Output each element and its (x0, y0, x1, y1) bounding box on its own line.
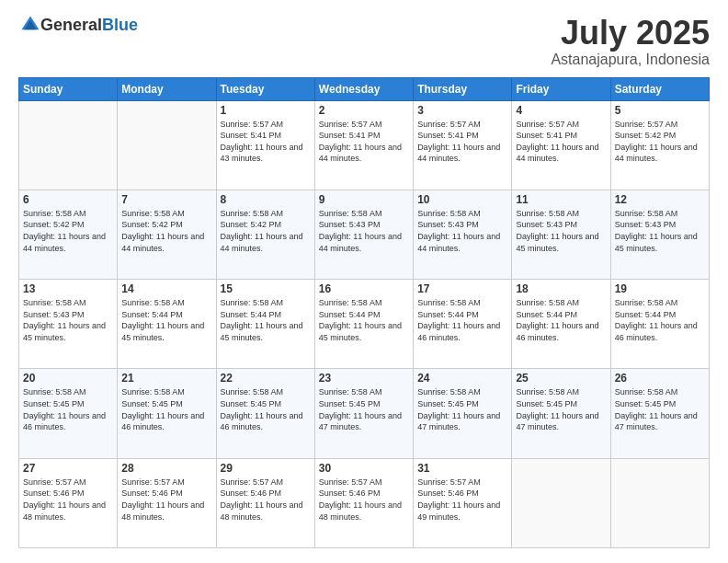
day-number: 7 (121, 193, 211, 206)
day-info: Sunrise: 5:58 AM Sunset: 5:45 PM Dayligh… (417, 386, 507, 432)
day-number: 15 (221, 282, 311, 295)
calendar-cell: 16Sunrise: 5:58 AM Sunset: 5:44 PM Dayli… (314, 280, 413, 369)
day-info: Sunrise: 5:58 AM Sunset: 5:44 PM Dayligh… (319, 297, 409, 343)
day-number: 6 (23, 193, 113, 206)
calendar-cell: 25Sunrise: 5:58 AM Sunset: 5:45 PM Dayli… (512, 369, 610, 458)
day-info: Sunrise: 5:58 AM Sunset: 5:45 PM Dayligh… (121, 386, 211, 432)
calendar-header-row: Sunday Monday Tuesday Wednesday Thursday… (19, 77, 710, 100)
calendar-cell: 20Sunrise: 5:58 AM Sunset: 5:45 PM Dayli… (19, 369, 118, 458)
day-info: Sunrise: 5:58 AM Sunset: 5:45 PM Dayligh… (319, 386, 409, 432)
day-number: 27 (23, 462, 113, 475)
day-number: 26 (615, 372, 705, 385)
calendar-cell: 4Sunrise: 5:57 AM Sunset: 5:41 PM Daylig… (512, 100, 610, 190)
logo-icon (20, 15, 40, 35)
day-info: Sunrise: 5:58 AM Sunset: 5:42 PM Dayligh… (221, 208, 311, 254)
calendar-cell: 11Sunrise: 5:58 AM Sunset: 5:43 PM Dayli… (512, 190, 610, 279)
logo-general: General (40, 16, 102, 34)
day-info: Sunrise: 5:58 AM Sunset: 5:43 PM Dayligh… (319, 208, 409, 254)
calendar-cell: 15Sunrise: 5:58 AM Sunset: 5:44 PM Dayli… (216, 280, 314, 369)
day-info: Sunrise: 5:58 AM Sunset: 5:44 PM Dayligh… (121, 297, 211, 343)
day-info: Sunrise: 5:58 AM Sunset: 5:45 PM Dayligh… (23, 386, 113, 432)
day-number: 21 (121, 372, 211, 385)
day-info: Sunrise: 5:57 AM Sunset: 5:41 PM Dayligh… (417, 119, 507, 165)
calendar-cell: 26Sunrise: 5:58 AM Sunset: 5:45 PM Dayli… (610, 369, 709, 458)
day-info: Sunrise: 5:58 AM Sunset: 5:44 PM Dayligh… (417, 297, 507, 343)
day-number: 18 (516, 282, 606, 295)
day-number: 3 (417, 104, 507, 117)
calendar-cell (19, 100, 118, 190)
calendar-cell: 30Sunrise: 5:57 AM Sunset: 5:46 PM Dayli… (314, 458, 413, 547)
calendar-cell: 28Sunrise: 5:57 AM Sunset: 5:46 PM Dayli… (118, 458, 216, 547)
calendar-cell: 22Sunrise: 5:58 AM Sunset: 5:45 PM Dayli… (216, 369, 314, 458)
day-number: 4 (516, 104, 606, 117)
day-info: Sunrise: 5:58 AM Sunset: 5:43 PM Dayligh… (417, 208, 507, 254)
calendar-cell (610, 458, 709, 547)
day-number: 28 (121, 462, 211, 475)
day-number: 20 (23, 372, 113, 385)
day-number: 17 (417, 282, 507, 295)
calendar-week-5: 27Sunrise: 5:57 AM Sunset: 5:46 PM Dayli… (19, 458, 710, 547)
calendar-week-2: 6Sunrise: 5:58 AM Sunset: 5:42 PM Daylig… (19, 190, 710, 279)
day-info: Sunrise: 5:57 AM Sunset: 5:46 PM Dayligh… (319, 477, 409, 523)
day-number: 5 (615, 104, 705, 117)
col-monday: Monday (118, 77, 216, 100)
calendar-cell: 8Sunrise: 5:58 AM Sunset: 5:42 PM Daylig… (216, 190, 314, 279)
logo-blue: Blue (102, 16, 138, 34)
day-info: Sunrise: 5:57 AM Sunset: 5:46 PM Dayligh… (121, 477, 211, 523)
day-number: 22 (221, 372, 311, 385)
day-number: 25 (516, 372, 606, 385)
calendar-cell (118, 100, 216, 190)
calendar-cell: 23Sunrise: 5:58 AM Sunset: 5:45 PM Dayli… (314, 369, 413, 458)
day-number: 16 (319, 282, 409, 295)
logo: GeneralBlue (18, 15, 138, 35)
day-info: Sunrise: 5:58 AM Sunset: 5:44 PM Dayligh… (615, 297, 705, 343)
day-info: Sunrise: 5:57 AM Sunset: 5:46 PM Dayligh… (221, 477, 311, 523)
day-info: Sunrise: 5:58 AM Sunset: 5:43 PM Dayligh… (23, 297, 113, 343)
day-info: Sunrise: 5:57 AM Sunset: 5:41 PM Dayligh… (221, 119, 311, 165)
day-number: 31 (417, 462, 507, 475)
calendar-cell: 19Sunrise: 5:58 AM Sunset: 5:44 PM Dayli… (610, 280, 709, 369)
day-number: 8 (221, 193, 311, 206)
calendar-cell: 24Sunrise: 5:58 AM Sunset: 5:45 PM Dayli… (414, 369, 512, 458)
calendar-table: Sunday Monday Tuesday Wednesday Thursday… (18, 77, 710, 548)
col-wednesday: Wednesday (314, 77, 413, 100)
calendar-cell: 27Sunrise: 5:57 AM Sunset: 5:46 PM Dayli… (19, 458, 118, 547)
day-number: 23 (319, 372, 409, 385)
calendar-cell: 7Sunrise: 5:58 AM Sunset: 5:42 PM Daylig… (118, 190, 216, 279)
calendar-cell: 14Sunrise: 5:58 AM Sunset: 5:44 PM Dayli… (118, 280, 216, 369)
logo-text: GeneralBlue (40, 16, 138, 35)
day-number: 1 (221, 104, 311, 117)
calendar-cell: 31Sunrise: 5:57 AM Sunset: 5:46 PM Dayli… (414, 458, 512, 547)
calendar-cell: 21Sunrise: 5:58 AM Sunset: 5:45 PM Dayli… (118, 369, 216, 458)
day-info: Sunrise: 5:58 AM Sunset: 5:42 PM Dayligh… (23, 208, 113, 254)
day-info: Sunrise: 5:58 AM Sunset: 5:43 PM Dayligh… (516, 208, 606, 254)
calendar-week-4: 20Sunrise: 5:58 AM Sunset: 5:45 PM Dayli… (19, 369, 710, 458)
day-number: 9 (319, 193, 409, 206)
calendar-week-3: 13Sunrise: 5:58 AM Sunset: 5:43 PM Dayli… (19, 280, 710, 369)
day-number: 13 (23, 282, 113, 295)
day-number: 30 (319, 462, 409, 475)
day-info: Sunrise: 5:58 AM Sunset: 5:42 PM Dayligh… (121, 208, 211, 254)
day-info: Sunrise: 5:57 AM Sunset: 5:46 PM Dayligh… (23, 477, 113, 523)
day-number: 29 (221, 462, 311, 475)
calendar-cell: 2Sunrise: 5:57 AM Sunset: 5:41 PM Daylig… (314, 100, 413, 190)
calendar-cell: 6Sunrise: 5:58 AM Sunset: 5:42 PM Daylig… (19, 190, 118, 279)
day-info: Sunrise: 5:58 AM Sunset: 5:45 PM Dayligh… (615, 386, 705, 432)
day-number: 10 (417, 193, 507, 206)
day-number: 24 (417, 372, 507, 385)
calendar-cell: 17Sunrise: 5:58 AM Sunset: 5:44 PM Dayli… (414, 280, 512, 369)
col-thursday: Thursday (414, 77, 512, 100)
calendar-cell: 1Sunrise: 5:57 AM Sunset: 5:41 PM Daylig… (216, 100, 314, 190)
day-number: 14 (121, 282, 211, 295)
col-tuesday: Tuesday (216, 77, 314, 100)
col-friday: Friday (512, 77, 610, 100)
day-info: Sunrise: 5:58 AM Sunset: 5:43 PM Dayligh… (615, 208, 705, 254)
calendar-week-1: 1Sunrise: 5:57 AM Sunset: 5:41 PM Daylig… (19, 100, 710, 190)
calendar-cell: 12Sunrise: 5:58 AM Sunset: 5:43 PM Dayli… (610, 190, 709, 279)
calendar-cell: 18Sunrise: 5:58 AM Sunset: 5:44 PM Dayli… (512, 280, 610, 369)
day-info: Sunrise: 5:57 AM Sunset: 5:42 PM Dayligh… (615, 119, 705, 165)
title-area: July 2025 Astanajapura, Indonesia (551, 15, 710, 68)
day-info: Sunrise: 5:57 AM Sunset: 5:46 PM Dayligh… (417, 477, 507, 523)
col-saturday: Saturday (610, 77, 709, 100)
location-title: Astanajapura, Indonesia (551, 52, 710, 68)
